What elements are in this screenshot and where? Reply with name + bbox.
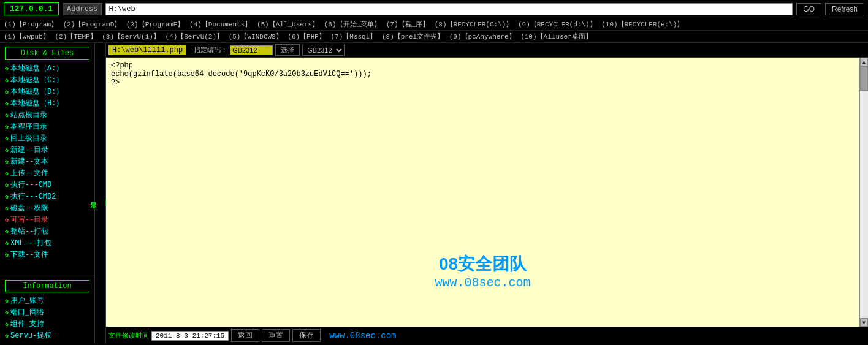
file-path-bar: H:\web\11111.php 指定编码： 选择 GB2312 UTF-8 G… [106, 43, 868, 58]
info-item-label: Servu-提权 [10, 330, 51, 341]
nav-row2-item[interactable]: (3)【ServU(1)】 [102, 33, 164, 40]
sidebar-menu-item-4[interactable]: ✿站点根目录 [2, 109, 92, 121]
nav-row2-item[interactable]: (1)【wwpub】 [4, 33, 53, 40]
nav-row2-item[interactable]: (4)【ServU(2)】 [165, 33, 227, 40]
sidebar-item-icon: ✿ [5, 77, 9, 84]
editor-container: 08安全团队 www.08sec.com ▲ ▼ [106, 58, 868, 327]
info-item-1[interactable]: ✿端口_网络 [2, 306, 92, 318]
info-item-label: 端口_网络 [10, 307, 44, 317]
nav-row1-item[interactable]: (6)【开始_菜单】 [324, 21, 385, 28]
scrollbar-track[interactable] [860, 66, 868, 318]
scrollbar-thumb[interactable] [860, 66, 868, 91]
ip-display: 127.0.0.1 [4, 2, 59, 15]
sidebar-menu-item-10[interactable]: ✿执行---CMD [2, 179, 92, 191]
info-item-0[interactable]: ✿用户_账号 [2, 295, 92, 306]
sidebar-menu-item-3[interactable]: ✿本地磁盘（H:） [2, 97, 92, 109]
collapse-panel[interactable]: 隐藏 显示 [95, 43, 106, 344]
info-items: ✿用户_账号✿端口_网络✿组件_支持✿Servu-提权 [0, 295, 94, 341]
info-item-icon: ✿ [5, 297, 9, 305]
sidebar-item-label: 执行---CMD [10, 180, 51, 190]
sidebar-item-label: 下载--文件 [10, 249, 48, 260]
top-bar: 127.0.0.1 Address GO Refresh [0, 0, 868, 18]
select-encoding-button[interactable]: 选择 [275, 44, 300, 56]
nav-row1-item[interactable]: (3)【ProgramE】 [126, 21, 188, 28]
file-path-display: H:\web\11111.php [108, 45, 186, 55]
nav-row1-item[interactable]: (2)【ProgramD】 [63, 21, 125, 28]
nav-row1-item[interactable]: (4)【Documents】 [189, 21, 256, 28]
sidebar-item-label: 上传--文件 [10, 168, 48, 178]
go-button[interactable]: GO [796, 3, 821, 15]
nav-row-2: (1)【wwpub】 (2)【TEMP】 (3)【ServU(1)】 (4)【S… [0, 31, 868, 43]
sidebar-item-label: 本地磁盘（A:） [10, 63, 63, 74]
reset-button[interactable]: 重置 [262, 329, 290, 342]
refresh-button[interactable]: Refresh [825, 3, 864, 15]
sidebar-item-label: 执行---CMD2 [10, 191, 56, 202]
nav-row2-item[interactable]: (6)【PHP】 [287, 33, 329, 40]
sidebar-item-label: 本程序目录 [10, 121, 47, 132]
nav-row2-item[interactable]: (8)【prel文件夹】 [382, 33, 448, 40]
right-scrollbar[interactable]: ▲ ▼ [859, 58, 868, 327]
sidebar-item-icon: ✿ [5, 216, 9, 224]
encoding-label: 指定编码： [194, 45, 227, 55]
sidebar-item-label: 站点根目录 [10, 110, 47, 120]
sidebar-menu-item-13[interactable]: ✿可写--目录 [2, 214, 92, 226]
main-layout: Disk & Files ✿本地磁盘（A:）✿本地磁盘（C:）✿本地磁盘（D:）… [0, 43, 868, 344]
sidebar-item-label: 磁盘--权限 [10, 203, 48, 213]
sidebar-info: Information ✿用户_账号✿端口_网络✿组件_支持✿Servu-提权 [0, 275, 94, 344]
sidebar-menu-item-8[interactable]: ✿新建--文本 [2, 156, 92, 167]
info-item-icon: ✿ [5, 332, 9, 339]
sidebar-item-label: 本地磁盘（D:） [10, 86, 63, 97]
editor-wrapper: 08安全团队 www.08sec.com [106, 58, 859, 327]
nav-row1-item[interactable]: (7)【程_序】 [386, 21, 433, 28]
sidebar-menu-item-9[interactable]: ✿上传--文件 [2, 167, 92, 179]
nav-row2-item[interactable]: (5)【WINDOWS】 [229, 33, 287, 40]
sidebar-menu-item-16[interactable]: ✿下载--文件 [2, 249, 92, 260]
sidebar-item-label: XML---打包 [10, 238, 51, 248]
nav-row2-item[interactable]: (9)【pcAnywhere】 [449, 33, 519, 40]
sidebar-menu-item-6[interactable]: ✿回上级目录 [2, 132, 92, 144]
sidebar-menu-item-7[interactable]: ✿新建--目录 [2, 144, 92, 156]
sidebar-menu-item-15[interactable]: ✿XML---打包 [2, 237, 92, 249]
back-button[interactable]: 返回 [231, 329, 259, 342]
info-item-2[interactable]: ✿组件_支持 [2, 318, 92, 330]
nav-row1-item[interactable]: (10)【RECYCLER(e:\)】 [601, 21, 683, 28]
scroll-down-button[interactable]: ▼ [860, 318, 868, 327]
sidebar-menu-item-12[interactable]: ✿磁盘--权限 [2, 202, 92, 214]
info-item-3[interactable]: ✿Servu-提权 [2, 330, 92, 341]
sidebar-item-label: 本地磁盘（H:） [10, 98, 63, 108]
sidebar-item-icon: ✿ [5, 240, 9, 247]
sidebar-item-icon: ✿ [5, 88, 9, 96]
address-input[interactable] [105, 3, 793, 15]
sidebar-item-icon: ✿ [5, 65, 9, 72]
sidebar-menu-item-0[interactable]: ✿本地磁盘（A:） [2, 63, 92, 74]
sidebar-item-icon: ✿ [5, 135, 9, 142]
encoding-input[interactable] [230, 45, 273, 55]
modify-time-label: 文件修改时间 [108, 331, 149, 340]
sidebar-menu-item-2[interactable]: ✿本地磁盘（D:） [2, 86, 92, 97]
sidebar-title: Disk & Files [5, 47, 89, 60]
info-item-label: 用户_账号 [10, 295, 44, 306]
nav-row1-item[interactable]: (1)【Program】 [4, 21, 62, 28]
sidebar-item-icon: ✿ [5, 146, 9, 154]
sidebar-menu-item-14[interactable]: ✿整站--打包 [2, 226, 92, 237]
address-label: Address [63, 3, 102, 15]
sidebar-menu-item-1[interactable]: ✿本地磁盘（C:） [2, 74, 92, 86]
save-button[interactable]: 保存 [292, 329, 321, 342]
modify-time-value: 2011-8-3 21:27:15 [151, 331, 229, 341]
nav-row2-item[interactable]: (2)【TEMP】 [55, 33, 101, 40]
sidebar-item-icon: ✿ [5, 193, 9, 200]
sidebar-item-label: 新建--文本 [10, 156, 48, 167]
sidebar-menu-item-5[interactable]: ✿本程序目录 [2, 121, 92, 132]
nav-row2-item[interactable]: (7)【Mssql】 [331, 33, 381, 40]
sidebar-menu-item-11[interactable]: ✿执行---CMD2 [2, 191, 92, 202]
nav-row1-item[interactable]: (8)【RECYCLER(C:\)】 [435, 21, 517, 28]
nav-row1-item[interactable]: (9)【RECYCLER(d:\)】 [518, 21, 600, 28]
sidebar-item-label: 可写--目录 [10, 214, 48, 225]
sidebar-item-icon: ✿ [5, 158, 9, 165]
code-editor[interactable] [106, 58, 859, 327]
sidebar-item-label: 本地磁盘（C:） [10, 75, 63, 85]
nav-row1-item[interactable]: (5)【All_Users】 [257, 21, 323, 28]
encoding-select[interactable]: GB2312 UTF-8 GBK [302, 45, 345, 56]
scroll-up-button[interactable]: ▲ [860, 58, 868, 66]
nav-row2-item[interactable]: (10)【Alluser桌面】 [520, 33, 592, 40]
